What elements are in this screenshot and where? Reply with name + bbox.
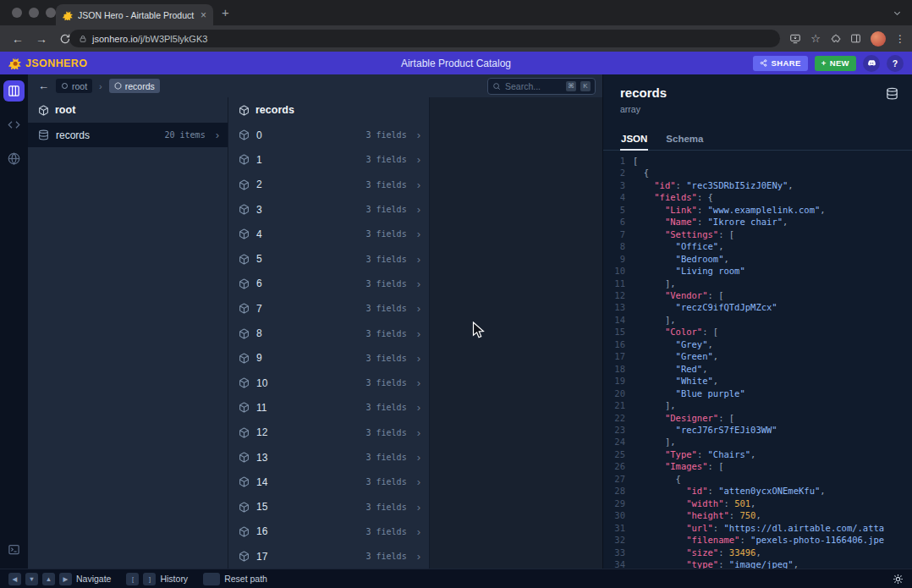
tab-search-chevron-icon[interactable]: [893, 8, 902, 18]
help-button[interactable]: ?: [887, 55, 904, 72]
key-icon: [203, 573, 220, 585]
code-line: 12 "Vendor": [: [608, 289, 912, 301]
new-tab-button[interactable]: +: [222, 5, 229, 19]
chevron-right-icon: ›: [417, 153, 420, 166]
chevron-right-icon: ›: [417, 525, 420, 538]
chevron-right-icon: ›: [417, 278, 420, 290]
chevron-right-icon: ›: [417, 426, 420, 439]
list-item[interactable]: 63 fields›: [228, 272, 429, 296]
list-item[interactable]: 93 fields›: [228, 346, 429, 371]
jsonhero-logo[interactable]: JSONHERO: [8, 57, 87, 69]
share-button[interactable]: SHARE: [753, 56, 807, 71]
row-meta: 3 fields: [365, 354, 406, 363]
json-code[interactable]: 1[2 {3 "id": "rec3SDRbI5izJ0ENy",4 "fiel…: [603, 151, 912, 569]
list-item[interactable]: 113 fields›: [228, 395, 429, 420]
jsonhero-favicon-icon: [63, 10, 73, 20]
plus-icon: +: [821, 58, 827, 68]
editor-view-button[interactable]: [3, 114, 25, 135]
list-item[interactable]: 133 fields›: [228, 445, 429, 470]
browser-tab[interactable]: JSON Hero - Airtable Product C ×: [56, 4, 213, 25]
lock-icon: [79, 35, 87, 43]
browser-menu-icon[interactable]: ⋮: [895, 33, 905, 45]
terminal-button[interactable]: [3, 539, 25, 560]
side-panel-icon[interactable]: [850, 33, 861, 44]
tab-close-icon[interactable]: ×: [201, 10, 206, 20]
window-minimize-button[interactable]: [29, 8, 39, 18]
chevron-right-icon: ›: [417, 376, 420, 389]
row-meta: 3 fields: [365, 130, 406, 140]
new-label: NEW: [830, 58, 849, 68]
code-line: 17 "Green",: [608, 350, 912, 362]
list-item[interactable]: 43 fields›: [228, 222, 429, 246]
detail-tabs: JSONSchema: [603, 128, 912, 151]
list-item[interactable]: 83 fields›: [228, 321, 429, 345]
chevron-right-icon: ›: [417, 179, 420, 191]
code-line: 20 "Blue purple": [608, 387, 912, 399]
discord-button[interactable]: [863, 55, 880, 72]
chevron-right-icon: ›: [417, 451, 420, 464]
browse-view-button[interactable]: [3, 148, 25, 169]
box-icon: [38, 105, 49, 116]
list-item[interactable]: records20 items›: [28, 123, 228, 147]
code-line: 21 ],: [608, 399, 912, 411]
column-title: records: [255, 104, 294, 116]
browser-action-icons: ☆ ⋮: [789, 25, 905, 52]
window-zoom-button[interactable]: [46, 8, 56, 18]
list-item[interactable]: 143 fields›: [228, 470, 429, 494]
code-line: 15 "Color": [: [608, 326, 912, 338]
key-icon: [: [126, 573, 139, 585]
row-meta: 3 fields: [365, 403, 406, 412]
chevron-right-icon: ›: [417, 501, 420, 514]
tab-json[interactable]: JSON: [620, 128, 648, 151]
column-title: root: [55, 104, 75, 116]
list-item[interactable]: 153 fields›: [228, 494, 429, 519]
list-item[interactable]: 33 fields›: [228, 197, 429, 222]
row-meta: 3 fields: [365, 477, 406, 486]
search-box[interactable]: ⌘ K: [487, 78, 596, 95]
list-item[interactable]: 23 fields›: [228, 173, 429, 197]
code-line: 31 "url": "https://dl.airtable.com/.atta: [608, 522, 912, 534]
search-icon: [492, 82, 501, 91]
list-item[interactable]: 03 fields›: [228, 123, 429, 147]
logo-text: JSONHERO: [25, 58, 87, 69]
breadcrumb-current[interactable]: records: [109, 79, 160, 93]
list-item[interactable]: 123 fields›: [228, 420, 429, 445]
row-meta: 3 fields: [365, 503, 406, 512]
row-meta: 20 items: [164, 130, 205, 140]
path-back-button[interactable]: ←: [38, 80, 49, 92]
list-item[interactable]: 53 fields›: [228, 246, 429, 271]
code-line: 29 "width": 501,: [608, 497, 912, 509]
new-button[interactable]: + NEW: [815, 56, 856, 71]
window-controls: [12, 8, 56, 18]
list-item[interactable]: 173 fields›: [228, 544, 429, 569]
row-label: 12: [256, 426, 267, 438]
code-line: 25 "Type": "Chairs",: [608, 448, 912, 460]
bookmark-star-icon[interactable]: ☆: [810, 32, 821, 45]
column-records: records 03 fields›13 fields›23 fields›33…: [228, 97, 430, 569]
install-icon[interactable]: [789, 33, 801, 45]
status-group: []History: [126, 573, 188, 585]
theme-toggle-icon[interactable]: [893, 574, 904, 585]
window-close-button[interactable]: [12, 8, 22, 18]
box-icon: [114, 82, 122, 90]
profile-avatar[interactable]: [871, 31, 886, 47]
extensions-puzzle-icon[interactable]: [830, 33, 841, 44]
search-input[interactable]: [505, 81, 562, 91]
list-item[interactable]: 103 fields›: [228, 371, 429, 395]
code-line: 10 "Living room": [608, 265, 912, 277]
box-icon: [239, 228, 250, 239]
column-view-button[interactable]: [3, 80, 25, 102]
list-item[interactable]: 163 fields›: [228, 519, 429, 544]
row-label: 5: [256, 253, 262, 265]
detail-panel: records array JSONSchema 1[2 {3 "id": "r…: [602, 74, 912, 569]
status-shortcuts: ◀▼▲▶Navigate[]HistoryReset path: [8, 573, 267, 585]
browser-titlebar: JSON Hero - Airtable Product C × +: [0, 0, 912, 25]
list-item[interactable]: 13 fields›: [228, 147, 429, 172]
forward-button[interactable]: →: [36, 32, 47, 46]
breadcrumb-root[interactable]: root: [56, 79, 92, 93]
address-bar[interactable]: jsonhero.io/j/bW3Pl5lykGK3: [69, 30, 780, 47]
tab-schema[interactable]: Schema: [665, 128, 704, 151]
k-key-icon: K: [580, 81, 591, 91]
list-item[interactable]: 73 fields›: [228, 296, 429, 321]
back-button[interactable]: ←: [12, 32, 24, 46]
